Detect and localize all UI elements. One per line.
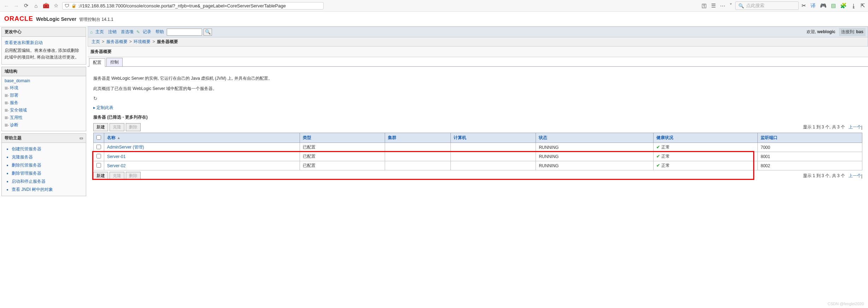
help-link[interactable]: 启动和停止服务器 xyxy=(12,177,83,186)
puzzle-icon[interactable]: 🧩 xyxy=(840,2,847,9)
prev-link-bottom[interactable]: 上一个 xyxy=(849,173,861,179)
download-icon[interactable]: ⭳ xyxy=(851,3,856,9)
book-icon[interactable]: ▤ xyxy=(831,2,836,9)
server-cluster xyxy=(385,161,451,170)
more-icon[interactable]: ⋯ xyxy=(720,2,725,9)
row-checkbox[interactable] xyxy=(96,163,101,168)
toolbar-home[interactable]: 主页 xyxy=(94,29,105,35)
breadcrumb-home[interactable]: 主页 xyxy=(91,39,100,44)
server-health: 正常 xyxy=(653,143,758,152)
tree-item-deploy[interactable]: 部署 xyxy=(5,92,83,99)
toolbox-icon[interactable]: 🧰 xyxy=(42,2,49,9)
reader-down-icon[interactable]: ˅ xyxy=(730,2,732,9)
domain-structure-panel: 域结构 base_domain 环境 部署 服务 安全领域 互用性 诊断 xyxy=(1,67,86,131)
domain-root[interactable]: base_domain xyxy=(5,78,30,83)
col-machine[interactable]: 计算机 xyxy=(451,133,536,143)
key-icon[interactable]: ⚿ xyxy=(702,3,707,9)
new-button[interactable]: 新建 xyxy=(93,123,108,131)
browser-search[interactable]: 🔍 点此搜索 xyxy=(735,1,799,10)
minimize-icon[interactable]: ▭ xyxy=(79,136,83,140)
page-desc2: 此页概括了已在当前 WebLogic Server 域中配置的每一个服务器。 xyxy=(93,85,862,92)
prev-link-top[interactable]: 上一个 xyxy=(849,124,861,130)
export-icon[interactable]: ⇱ xyxy=(861,2,865,9)
col-state[interactable]: 状态 xyxy=(536,133,653,143)
url-text: ://192.168.85.138:7000/console/console.p… xyxy=(78,3,286,8)
sort-asc-icon: ▲ xyxy=(117,136,120,140)
table-actions-bottom: 新建 克隆 删除 显示 1 到 3 个, 共 3 个 上一个 | xyxy=(93,172,862,180)
server-name-link[interactable]: Server-01 xyxy=(107,154,126,159)
reload-icon[interactable]: ⟳ xyxy=(23,2,30,9)
server-port: 7000 xyxy=(758,143,862,152)
url-bar[interactable]: 🛡 🔒̸ ://192.168.85.138:7000/console/cons… xyxy=(62,2,324,10)
home-icon[interactable]: ⌂ xyxy=(33,2,40,9)
change-center-note: 启用配置编辑。将来在修改, 添加或删除此域中的项目时, 将自动激活这些更改。 xyxy=(5,47,83,61)
server-cluster xyxy=(385,152,451,161)
tab-config[interactable]: 配置 xyxy=(89,58,105,67)
domain-structure-head: 域结构 xyxy=(2,67,86,76)
help-link[interactable]: 查看 JNDI 树中的对象 xyxy=(12,186,83,194)
new-button-bottom[interactable]: 新建 xyxy=(93,172,108,180)
breadcrumb-current: 服务器概要 xyxy=(157,39,178,44)
product-name: WebLogic Server xyxy=(36,16,76,22)
weblogic-header: ORACLE WebLogic Server 管理控制台 14.1.1 xyxy=(0,12,868,26)
tree-item-services[interactable]: 服务 xyxy=(5,99,83,107)
translate-icon[interactable]: 译 xyxy=(810,2,816,9)
help-link[interactable]: 创建托管服务器 xyxy=(12,145,83,153)
col-health[interactable]: 健康状况 xyxy=(653,133,758,143)
help-link[interactable]: 删除托管服务器 xyxy=(12,161,83,169)
help-head: 帮助主题 ▭ xyxy=(2,134,86,143)
forward-icon[interactable]: → xyxy=(13,2,20,9)
server-machine xyxy=(451,161,536,170)
col-cluster[interactable]: 集群 xyxy=(385,133,451,143)
tree-item-env[interactable]: 环境 xyxy=(5,84,83,92)
toolbar-prefs[interactable]: 首选项 xyxy=(119,29,135,35)
toolbar-search-button[interactable]: 🔍 xyxy=(203,29,212,36)
help-link[interactable]: 克隆服务器 xyxy=(12,153,83,161)
server-health: 正常 xyxy=(653,152,758,161)
breadcrumb-item[interactable]: 服务器概要 xyxy=(106,39,128,44)
select-all-checkbox[interactable] xyxy=(96,135,101,140)
console-title: 管理控制台 14.1.1 xyxy=(79,17,113,23)
change-center-head: 更改中心 xyxy=(2,28,86,37)
home-small-icon: ⌂ xyxy=(90,30,93,35)
server-name-link[interactable]: AdminServer (管理) xyxy=(107,145,144,150)
tree-item-diag[interactable]: 诊断 xyxy=(5,121,83,129)
toolbar-search-input[interactable] xyxy=(167,29,202,36)
col-type[interactable]: 类型 xyxy=(300,133,385,143)
scissors-icon[interactable]: ✂ xyxy=(802,2,806,9)
view-changes-link[interactable]: 查看更改和重新启动 xyxy=(5,40,83,46)
tree-item-interop[interactable]: 互用性 xyxy=(5,114,83,121)
page-title: 服务器概要 xyxy=(88,47,868,57)
server-type: 已配置 xyxy=(300,161,385,170)
permissions-icon[interactable]: ☰ xyxy=(711,2,716,9)
page-info-top: 显示 1 到 3 个, 共 3 个 xyxy=(803,124,845,130)
page-info-bottom: 显示 1 到 3 个, 共 3 个 xyxy=(803,173,845,179)
tree-item-security[interactable]: 安全领域 xyxy=(5,107,83,114)
toolbar-help[interactable]: 帮助 xyxy=(154,29,165,35)
tab-control[interactable]: 控制 xyxy=(106,58,123,66)
col-name[interactable]: 名称▲ xyxy=(104,133,300,143)
gamepad-icon[interactable]: 🎮 xyxy=(820,2,827,9)
page-desc1: 服务器是 WebLogic Server 的实例, 它运行在自己的 Java 虚… xyxy=(93,75,862,82)
row-checkbox[interactable] xyxy=(96,145,101,149)
sidebar: 更改中心 查看更改和重新启动 启用配置编辑。将来在修改, 添加或删除此域中的项目… xyxy=(0,26,88,202)
back-icon[interactable]: ← xyxy=(3,2,10,9)
server-name-link[interactable]: Server-02 xyxy=(107,163,126,168)
refresh-icon[interactable]: ↻ xyxy=(93,96,862,101)
domain-structure-title: 域结构 xyxy=(5,68,17,74)
row-checkbox[interactable] xyxy=(96,154,101,158)
table-row: AdminServer (管理)已配置RUNNING正常7000 xyxy=(94,143,862,152)
toolbar-logout[interactable]: 注销 xyxy=(107,29,118,35)
table-row: Server-02已配置RUNNING正常8002 xyxy=(94,161,862,170)
oracle-logo: ORACLE xyxy=(4,15,33,23)
browser-toolbar: ← → ⟳ ⌂ 🧰 ☆ 🛡 🔒̸ ://192.168.85.138:7000/… xyxy=(0,0,868,12)
help-link[interactable]: 删除管理服务器 xyxy=(12,169,83,177)
server-machine xyxy=(451,152,536,161)
change-center-title: 更改中心 xyxy=(5,29,22,35)
console-toolbar: ⌂ 主页 注销 首选项 ✎ 记录 帮助 🔍 欢迎, weblogic 连接到: … xyxy=(88,26,868,37)
toolbar-record[interactable]: 记录 xyxy=(141,29,153,35)
customize-table-link[interactable]: 定制此表 xyxy=(93,105,862,111)
bookmark-icon[interactable]: ☆ xyxy=(52,2,59,9)
col-port[interactable]: 监听端口 xyxy=(758,133,862,143)
breadcrumb-item[interactable]: 环境概要 xyxy=(134,39,150,44)
